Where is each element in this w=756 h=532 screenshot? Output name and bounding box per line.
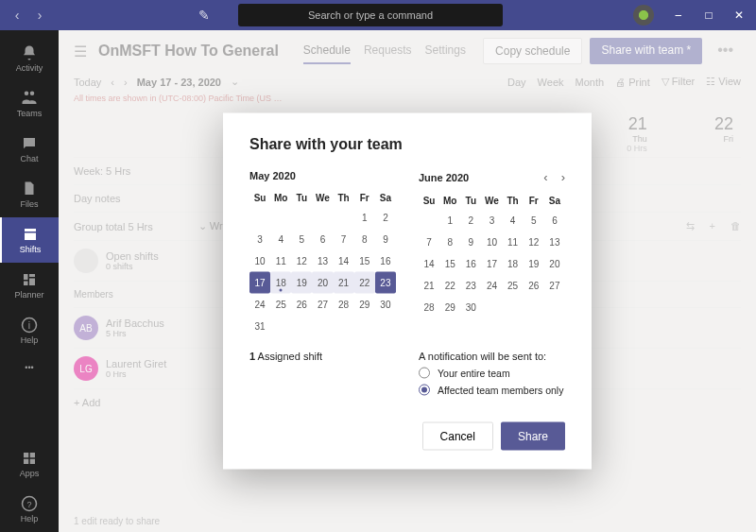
calendar-day[interactable]: 20 [544, 253, 565, 275]
calendar-day[interactable]: 13 [312, 250, 333, 272]
share-with-team-button[interactable]: Share with team * [590, 38, 702, 64]
calendar-day[interactable]: 14 [419, 253, 439, 275]
rail-chat[interactable]: Chat [0, 127, 59, 172]
rail-help[interactable]: iHelp [0, 308, 59, 353]
calendar-day[interactable]: 30 [375, 294, 396, 316]
calendar-day[interactable]: 3 [249, 229, 270, 250]
calendar-day[interactable]: 6 [544, 210, 565, 232]
date-range[interactable]: May 17 - 23, 2020 [137, 77, 221, 88]
calendar-day[interactable]: 16 [375, 250, 396, 272]
calendar-day[interactable]: 4 [503, 210, 524, 232]
calendar-day[interactable]: 13 [544, 232, 565, 253]
calendar-day[interactable]: 27 [544, 275, 565, 297]
cal-prev-icon[interactable]: ‹ [543, 170, 547, 184]
swap-icon[interactable]: ⇆ [686, 220, 695, 232]
calendar-day[interactable]: 10 [481, 232, 502, 253]
calendar-day[interactable]: 28 [419, 297, 439, 318]
rail-teams[interactable]: Teams [0, 81, 59, 127]
calendar-day[interactable] [312, 316, 333, 337]
calendar-day[interactable] [524, 297, 544, 318]
calendar-day[interactable]: 19 [524, 253, 544, 275]
rail-files[interactable]: Files [0, 172, 59, 217]
calendar-day[interactable]: 16 [460, 253, 481, 275]
hamburger-icon[interactable]: ☰ [74, 43, 87, 60]
calendar-day[interactable]: 24 [481, 275, 502, 297]
calendar-day[interactable]: 20 [312, 272, 333, 294]
next-week-icon[interactable]: › [124, 77, 128, 88]
back-button[interactable]: ‹ [8, 6, 26, 25]
calendar-day[interactable]: 26 [291, 294, 312, 316]
calendar-day[interactable]: 5 [524, 210, 544, 232]
calendar-day[interactable]: 28 [334, 294, 354, 316]
calendar-day[interactable]: 21 [334, 272, 354, 294]
delete-icon[interactable]: 🗑 [730, 220, 741, 232]
view-button[interactable]: ☷ View [706, 76, 741, 88]
calendar-day[interactable] [334, 316, 354, 337]
calendar-day[interactable] [270, 207, 291, 229]
view-week[interactable]: Week [538, 77, 564, 88]
avatar[interactable] [633, 5, 654, 26]
tab-requests[interactable]: Requests [364, 38, 412, 64]
notify-entire-team[interactable]: Your entire team [419, 368, 565, 379]
calendar-day[interactable] [544, 297, 565, 318]
today-button[interactable]: Today [74, 77, 101, 88]
add-icon[interactable]: + [710, 220, 715, 232]
calendar-day[interactable]: 22 [439, 275, 460, 297]
notify-affected-only[interactable]: Affected team members only [419, 385, 565, 396]
calendar-day[interactable]: 3 [481, 210, 502, 232]
calendar-day[interactable]: 18 [503, 253, 524, 275]
calendar-day[interactable] [270, 316, 291, 337]
close-button[interactable]: ✕ [726, 2, 752, 28]
calendar-day[interactable]: 21 [419, 275, 439, 297]
calendar-day[interactable]: 9 [375, 229, 396, 250]
calendar-day[interactable]: 17 [481, 253, 502, 275]
forward-button[interactable]: › [30, 6, 49, 25]
calendar-day[interactable]: 30 [460, 297, 481, 318]
calendar-day[interactable]: 17 [249, 272, 270, 294]
calendar-day[interactable]: 25 [270, 294, 291, 316]
rail-help2[interactable]: ?Help [0, 487, 59, 532]
calendar-day[interactable]: 29 [439, 297, 460, 318]
calendar-day[interactable]: 9 [460, 232, 481, 253]
calendar-day[interactable] [503, 297, 524, 318]
calendar-day[interactable]: 2 [460, 210, 481, 232]
calendar-day[interactable]: 12 [291, 250, 312, 272]
search-input[interactable]: Search or type a command [238, 4, 503, 26]
tab-schedule[interactable]: Schedule [303, 38, 351, 64]
tab-settings[interactable]: Settings [425, 38, 466, 64]
rail-activity[interactable]: Activity [0, 36, 59, 81]
calendar-day[interactable]: 1 [354, 207, 375, 229]
rail-shifts[interactable]: Shifts [0, 217, 59, 263]
calendar-day[interactable]: 10 [249, 250, 270, 272]
calendar-day[interactable]: 8 [439, 232, 460, 253]
calendar-day[interactable]: 15 [439, 253, 460, 275]
calendar-day[interactable] [354, 316, 375, 337]
more-icon[interactable]: ••• [710, 38, 741, 64]
calendar-day[interactable]: 24 [249, 294, 270, 316]
calendar-day[interactable]: 8 [354, 229, 375, 250]
calendar-day[interactable] [419, 210, 439, 232]
cal-next-icon[interactable]: › [561, 170, 565, 184]
calendar-day[interactable] [375, 316, 396, 337]
minimize-button[interactable]: ‒ [665, 2, 692, 28]
view-day[interactable]: Day [507, 77, 526, 88]
calendar-day[interactable] [249, 207, 270, 229]
calendar-day[interactable]: 11 [503, 232, 524, 253]
print-button[interactable]: 🖨 Print [615, 77, 650, 88]
calendar-day[interactable]: 19 [291, 272, 312, 294]
calendar-day[interactable]: 4 [270, 229, 291, 250]
calendar-day[interactable]: 23 [375, 272, 396, 294]
calendar-day[interactable]: 2 [375, 207, 396, 229]
compose-icon[interactable]: ✎ [198, 8, 210, 23]
calendar-day[interactable]: 5 [291, 229, 312, 250]
rail-apps[interactable]: Apps [0, 441, 59, 487]
calendar-day[interactable]: 23 [460, 275, 481, 297]
maximize-button[interactable]: □ [696, 2, 722, 28]
copy-schedule-button[interactable]: Copy schedule [483, 38, 582, 64]
prev-week-icon[interactable]: ‹ [111, 77, 114, 88]
calendar-day[interactable]: 26 [524, 275, 544, 297]
calendar-day[interactable]: 25 [503, 275, 524, 297]
calendar-day[interactable]: 11 [270, 250, 291, 272]
calendar-day[interactable] [291, 207, 312, 229]
calendar-day[interactable] [312, 207, 333, 229]
